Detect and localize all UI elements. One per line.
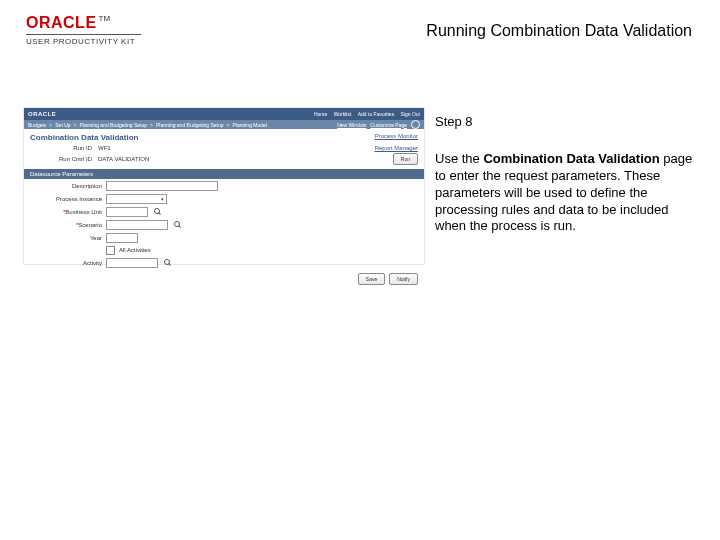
page-title-text: Combination Data Validation — [30, 133, 138, 142]
oracle-logo-text: ORACLE — [26, 14, 97, 31]
brand-block: ORACLETM USER PRODUCTIVITY KIT — [26, 14, 141, 46]
param-label-process-instance: Process Instance — [30, 196, 102, 202]
process-instance-dropdown[interactable]: ▾ — [106, 194, 167, 204]
footer-buttons: Save Notify — [24, 269, 424, 289]
upk-subtitle: USER PRODUCTIVITY KIT — [26, 37, 141, 46]
chevron-down-icon: ▾ — [161, 196, 164, 202]
report-manager-link[interactable]: Report Manager — [375, 145, 418, 151]
param-label-activity: Activity — [30, 260, 102, 266]
runid-value: WF1 — [98, 145, 111, 151]
customizepage-link[interactable]: Customize Page — [370, 122, 407, 128]
activity-input[interactable] — [106, 258, 158, 268]
newwindow-link[interactable]: New Window — [337, 122, 366, 128]
runctrl-value: DATA VALIDATION — [98, 156, 149, 162]
param-row-year: Year — [24, 231, 424, 244]
step-label: Step 8 — [435, 114, 693, 131]
param-row-process-instance: Process Instance ▾ — [24, 192, 424, 205]
crumb-4[interactable]: Planning Model — [232, 122, 266, 128]
crumb-3[interactable]: Planning and Budgeting Setup — [156, 122, 224, 128]
top-links: Home Worklist Add to Favorites Sign Out — [309, 111, 420, 117]
process-monitor-link[interactable]: Process Monitor — [375, 133, 418, 142]
crumb-2[interactable]: Planning and Budgeting Setup — [80, 122, 148, 128]
param-row-scenario: *Scenario — [24, 218, 424, 231]
breadcrumb-bar: Budgets> Set Up> Planning and Budgeting … — [24, 120, 424, 129]
crumb-1[interactable]: Set Up — [55, 122, 70, 128]
params-header: Datasource Parameters — [24, 169, 424, 179]
instruction-body: Use the Combination Data Validation page… — [435, 151, 693, 235]
param-label-scenario: *Scenario — [30, 222, 102, 228]
scenario-input[interactable] — [106, 220, 168, 230]
crumb-right-tools: New Window Customize Page — [337, 120, 420, 129]
app-brand: ORACLE — [28, 111, 56, 117]
help-icon[interactable] — [411, 120, 420, 129]
run-button[interactable]: Run — [393, 153, 418, 165]
top-link-home[interactable]: Home — [314, 111, 327, 117]
instruction-bold: Combination Data Validation — [483, 151, 659, 166]
save-button[interactable]: Save — [358, 273, 385, 285]
lookup-icon[interactable] — [174, 221, 182, 229]
runid-label: Run ID — [30, 145, 92, 151]
notify-button[interactable]: Notify — [389, 273, 418, 285]
param-row-business-unit: *Business Unit — [24, 205, 424, 218]
top-link-signout[interactable]: Sign Out — [401, 111, 420, 117]
param-label-year: Year — [30, 235, 102, 241]
param-label-business-unit: *Business Unit — [30, 209, 102, 215]
app-screenshot: ORACLE Home Worklist Add to Favorites Si… — [24, 108, 424, 264]
instruction-prefix: Use the — [435, 151, 483, 166]
trademark-text: TM — [99, 14, 111, 23]
param-label-all-activities: All Activities — [119, 247, 151, 253]
param-row-activity: Activity — [24, 256, 424, 269]
param-label-description: Description — [30, 183, 102, 189]
top-link-favorites[interactable]: Add to Favorites — [358, 111, 394, 117]
business-unit-input[interactable] — [106, 207, 148, 217]
top-link-worklist[interactable]: Worklist — [334, 111, 352, 117]
crumb-0[interactable]: Budgets — [28, 122, 46, 128]
runctrl-row: Run Cntrl ID DATA VALIDATION Run — [24, 152, 424, 166]
param-row-description: Description — [24, 179, 424, 192]
runid-row: Run ID WF1 Report Manager — [24, 144, 424, 152]
all-activities-checkbox[interactable] — [106, 246, 115, 255]
runctrl-label: Run Cntrl ID — [30, 156, 92, 162]
lookup-icon[interactable] — [154, 208, 162, 216]
description-input[interactable] — [106, 181, 218, 191]
param-row-all-activities: All Activities — [24, 244, 424, 256]
slide-title: Running Combination Data Validation — [426, 22, 692, 40]
page-title-row: Combination Data Validation Process Moni… — [24, 129, 424, 144]
app-topbar: ORACLE Home Worklist Add to Favorites Si… — [24, 108, 424, 120]
instruction-panel: Step 8 Use the Combination Data Validati… — [435, 114, 693, 235]
lookup-icon[interactable] — [164, 259, 172, 267]
year-input[interactable] — [106, 233, 138, 243]
brand-divider — [26, 34, 141, 35]
